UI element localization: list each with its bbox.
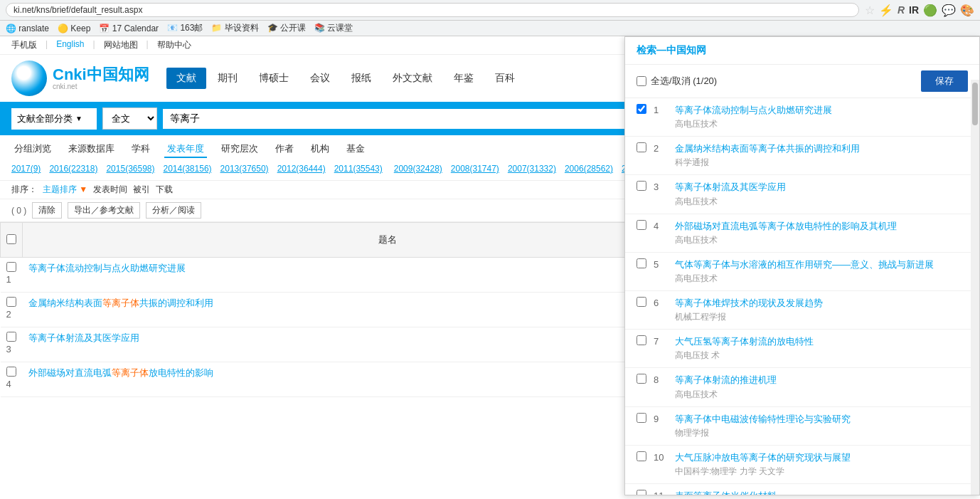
nav-qikan[interactable]: 期刊 <box>208 68 247 89</box>
tab-author[interactable]: 作者 <box>272 141 297 158</box>
nav-huiyi[interactable]: 会议 <box>300 68 340 89</box>
bookmark-openclass[interactable]: 🎓 公开课 <box>267 22 306 34</box>
item7-checkbox[interactable] <box>637 335 646 345</box>
bookmark-163[interactable]: 📧 163邮 <box>167 22 203 34</box>
sitemap-link[interactable]: 网站地图 <box>104 39 138 51</box>
export-button[interactable]: 导出／参考文献 <box>68 202 140 219</box>
list-item: 5 气体等离子体与水溶液的相互作用研究——意义、挑战与新进展 高电压技术 <box>625 253 979 291</box>
item3-num: 3 <box>654 182 668 192</box>
tab-org[interactable]: 机构 <box>308 141 332 158</box>
search-category-dropdown[interactable]: 文献全部分类 ▼ <box>11 108 97 130</box>
bookmark-translate[interactable]: 🌐 ranslate <box>6 23 49 33</box>
item5-checkbox[interactable] <box>637 258 646 268</box>
item9-title[interactable]: 等离子体中电磁波传输特性理论与实验研究 <box>675 413 968 426</box>
r-icon[interactable]: R <box>898 4 905 16</box>
circle-icon[interactable]: 🟢 <box>923 4 937 17</box>
item2-checkbox[interactable] <box>637 142 646 152</box>
english-link[interactable]: English <box>56 39 84 51</box>
bookmark-bishe[interactable]: 📁 毕设资料 <box>211 22 258 34</box>
nav-baozhi[interactable]: 报纸 <box>341 68 381 89</box>
row4-checkbox[interactable] <box>6 367 16 377</box>
r2-icon[interactable]: IR <box>909 4 919 16</box>
item6-checkbox[interactable] <box>637 297 646 307</box>
help-link[interactable]: 帮助中心 <box>157 39 191 51</box>
item3-title[interactable]: 等离子体射流及其医学应用 <box>675 181 968 194</box>
item9-checkbox[interactable] <box>637 413 646 423</box>
address-text[interactable]: ki.net/kns/brief/default_result.aspx <box>6 3 859 17</box>
nav-nianjian[interactable]: 年鉴 <box>444 68 484 89</box>
year-2008[interactable]: 2008(31747) <box>451 164 499 174</box>
row2-checkbox[interactable] <box>6 297 16 307</box>
year-2012[interactable]: 2012(36444) <box>277 164 326 174</box>
item5-num: 5 <box>654 259 668 270</box>
tab-source-db[interactable]: 来源数据库 <box>65 141 117 158</box>
star-icon[interactable]: ☆ <box>865 4 875 17</box>
year-2009[interactable]: 2009(32428) <box>394 164 442 174</box>
lightning-icon[interactable]: ⚡ <box>879 4 893 17</box>
item5-content: 气体等离子体与水溶液的相互作用研究——意义、挑战与新进展 高电压技术 <box>675 258 968 285</box>
bookmark-calendar[interactable]: 📅 17 Calendar <box>99 23 159 33</box>
item4-title[interactable]: 外部磁场对直流电弧等离子体放电特性的影响及其机理 <box>675 220 968 233</box>
tab-subject[interactable]: 学科 <box>129 141 153 158</box>
nav-boshuoshi[interactable]: 博硕士 <box>249 68 299 89</box>
scrollbar-thumb[interactable] <box>972 83 978 125</box>
sort-cited[interactable]: 被引 <box>133 184 150 196</box>
item1-checkbox[interactable] <box>637 104 646 114</box>
item8-checkbox[interactable] <box>637 374 646 384</box>
year-2016[interactable]: 2016(22318) <box>49 164 97 174</box>
year-2011[interactable]: 2011(35543) <box>334 164 383 174</box>
item10-checkbox[interactable] <box>637 451 646 461</box>
year-2015[interactable]: 2015(36598) <box>106 164 154 174</box>
search-scope-select[interactable]: 全文 主题 题名 关键词 <box>102 107 157 130</box>
item10-source: 中国科学:物理学 力学 天文学 <box>675 466 968 478</box>
row3-checkbox[interactable] <box>6 332 16 342</box>
clear-button[interactable]: 清除 <box>32 202 62 219</box>
item6-title[interactable]: 等离子体堆焊技术的现状及发展趋势 <box>675 297 968 310</box>
row1-checkbox[interactable] <box>6 262 16 272</box>
year-2013[interactable]: 2013(37650) <box>220 164 269 174</box>
item9-content: 等离子体中电磁波传输特性理论与实验研究 物理学报 <box>675 413 968 439</box>
item7-title[interactable]: 大气压氢等离子体射流的放电特性 <box>675 335 968 348</box>
nav-wenxian[interactable]: 文献 <box>166 68 206 89</box>
item10-title[interactable]: 大气压脉冲放电等离子体的研究现状与展望 <box>675 451 968 464</box>
tab-research-level[interactable]: 研究层次 <box>218 141 261 158</box>
list-item: 10 大气压脉冲放电等离子体的研究现状与展望 中国科学:物理学 力学 天文学 <box>625 446 979 484</box>
chat-icon[interactable]: 💬 <box>942 4 956 17</box>
sort-theme[interactable]: 主题排序 ▼ <box>43 184 87 196</box>
year-2017[interactable]: 2017(9) <box>11 164 41 174</box>
item2-title[interactable]: 金属纳米结构表面等离子体共振的调控和利用 <box>675 142 968 155</box>
item1-title[interactable]: 等离子体流动控制与点火助燃研究进展 <box>675 104 968 117</box>
mobile-link[interactable]: 手机版 <box>11 39 37 51</box>
analyze-button[interactable]: 分析／阅读 <box>146 202 201 219</box>
year-2006[interactable]: 2006(28562) <box>565 164 613 174</box>
row2-title-link[interactable]: 金属纳米结构表面等离子体共振的调控和利用 <box>28 298 213 308</box>
select-all-checkbox[interactable] <box>6 234 16 244</box>
tab-year[interactable]: 发表年度 <box>164 141 207 158</box>
item8-title[interactable]: 等离子体射流的推进机理 <box>675 374 968 387</box>
item11-checkbox[interactable] <box>637 490 646 495</box>
nav-baike[interactable]: 百科 <box>485 68 525 89</box>
item4-checkbox[interactable] <box>637 220 646 230</box>
item11-title[interactable]: 表面等离子体光催化材料 <box>675 490 968 495</box>
nav-waiwenxian[interactable]: 外文文献 <box>383 68 442 89</box>
tab-fund[interactable]: 基金 <box>343 141 368 158</box>
item5-title[interactable]: 气体等离子体与水溶液的相互作用研究——意义、挑战与新进展 <box>675 258 968 271</box>
year-2014[interactable]: 2014(38156) <box>164 164 212 174</box>
select-all-label[interactable]: 全选/取消 (1/20) <box>637 75 717 88</box>
item10-content: 大气压脉冲放电等离子体的研究现状与展望 中国科学:物理学 力学 天文学 <box>675 451 968 478</box>
sort-date[interactable]: 发表时间 <box>93 184 127 196</box>
year-2007[interactable]: 2007(31332) <box>508 164 556 174</box>
item3-checkbox[interactable] <box>637 181 646 191</box>
save-button[interactable]: 保存 <box>921 70 968 92</box>
sort-download[interactable]: 下载 <box>156 184 173 196</box>
row3-title-link[interactable]: 等离子体射流及其医学应用 <box>28 332 139 343</box>
select-all-dropdown-checkbox[interactable] <box>637 76 646 86</box>
row1-title-link[interactable]: 等离子体流动控制与点火助燃研究进展 <box>28 263 186 273</box>
scrollbar-track[interactable] <box>971 80 979 495</box>
color-icon[interactable]: 🎨 <box>960 4 974 17</box>
row4-title-link[interactable]: 外部磁场对直流电弧等离子体放电特性的影响 <box>28 367 213 378</box>
bookmark-keep[interactable]: 🟡 Keep <box>58 23 90 33</box>
tab-group-browse[interactable]: 分组浏览 <box>11 141 54 158</box>
cnki-globe-icon <box>11 61 47 96</box>
bookmark-cloud[interactable]: 📚 云课堂 <box>314 22 353 34</box>
